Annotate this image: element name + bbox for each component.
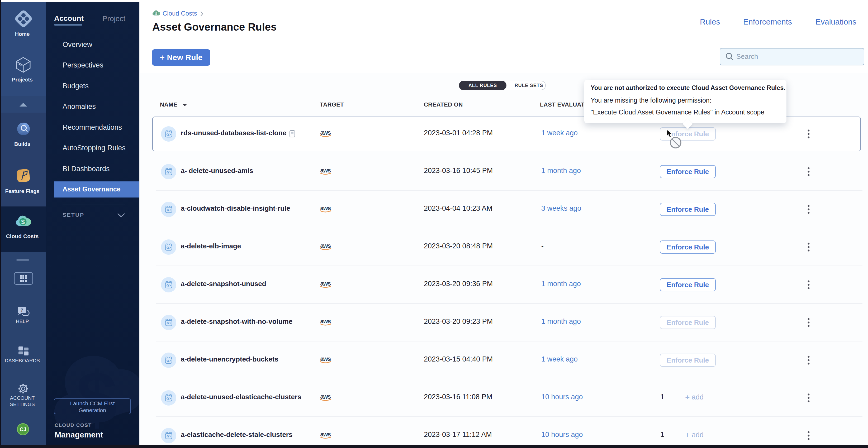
svg-text:$: $	[21, 218, 25, 226]
svg-text:?: ?	[21, 308, 23, 313]
svg-text:aws: aws	[320, 393, 331, 400]
svg-text:aws: aws	[320, 280, 331, 287]
svg-text:aws: aws	[320, 167, 331, 174]
svg-text:$: $	[155, 12, 157, 15]
svg-text:aws: aws	[320, 318, 331, 324]
svg-text:aws: aws	[320, 205, 331, 211]
svg-text:aws: aws	[320, 242, 331, 249]
svg-text:aws: aws	[320, 431, 331, 438]
svg-text:aws: aws	[320, 129, 331, 136]
svg-text:aws: aws	[320, 355, 331, 362]
